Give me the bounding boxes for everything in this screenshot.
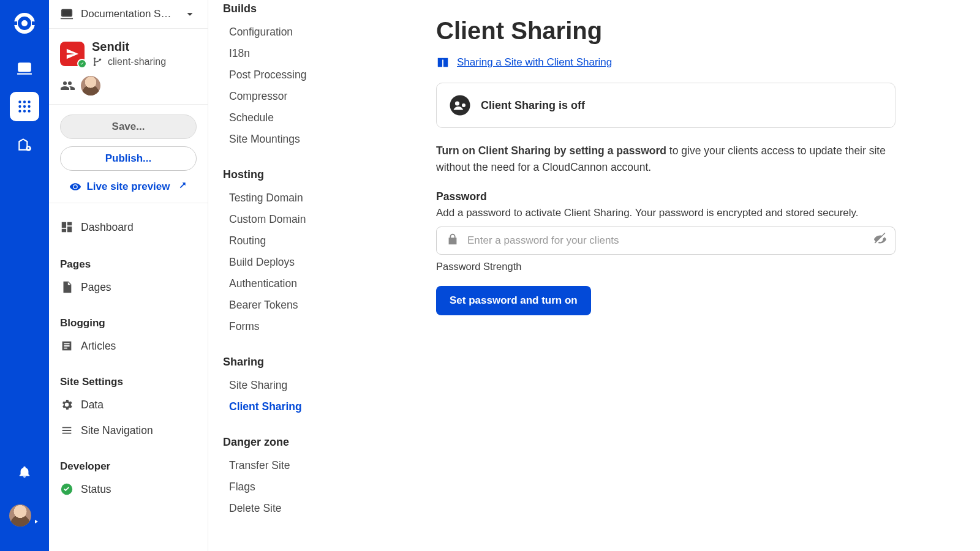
svg-rect-4 — [18, 63, 31, 71]
settings-item-flags[interactable]: Flags — [223, 476, 394, 498]
book-icon — [436, 56, 450, 69]
password-input-wrap — [436, 227, 895, 255]
settings-heading: Sharing — [223, 356, 394, 369]
svg-point-11 — [18, 110, 21, 112]
check-circle-icon — [60, 482, 74, 496]
nav-dashboard[interactable]: Dashboard — [60, 214, 197, 240]
site-actions: Save... Publish... Live site preview — [49, 105, 208, 203]
settings-item-custom-domain[interactable]: Custom Domain — [223, 209, 394, 230]
external-link-icon — [175, 181, 187, 193]
group-circle-icon — [449, 94, 471, 116]
site-header: Sendit client-sharing — [49, 29, 208, 105]
nav-item-site-navigation[interactable]: Site Navigation — [60, 418, 197, 443]
svg-point-20 — [450, 96, 470, 116]
avatar — [9, 504, 31, 527]
settings-nav: BuildsConfigurationI18nPost ProcessingCo… — [208, 0, 409, 551]
site-avatar — [60, 42, 85, 66]
password-input[interactable] — [436, 227, 895, 255]
publish-button[interactable]: Publish... — [60, 146, 197, 171]
sidebar: Documentation Scr… Sendit client-sharing… — [49, 0, 208, 551]
svg-point-5 — [18, 100, 21, 103]
nav-heading: Pages — [60, 252, 197, 274]
svg-point-21 — [455, 101, 459, 105]
notifications-icon[interactable] — [18, 465, 31, 481]
password-help: Add a password to activate Client Sharin… — [436, 207, 953, 219]
nav-label: Pages — [81, 281, 111, 294]
collaborators[interactable] — [60, 76, 197, 96]
settings-item-build-deploys[interactable]: Build Deploys — [223, 252, 394, 273]
eye-icon — [69, 181, 81, 193]
main-content: Client Sharing Sharing a Site with Clien… — [409, 0, 980, 551]
svg-point-7 — [28, 100, 30, 103]
svg-point-1 — [21, 20, 28, 26]
brand-logo[interactable] — [12, 11, 37, 36]
rail-apps-icon[interactable] — [10, 92, 39, 121]
live-preview-link[interactable]: Live site preview — [60, 181, 197, 193]
desc-bold: Turn on Client Sharing by setting a pass… — [436, 144, 666, 157]
svg-point-13 — [28, 110, 30, 112]
submit-button[interactable]: Set password and turn on — [436, 286, 591, 315]
nav-heading: Blogging — [60, 311, 197, 333]
people-icon — [60, 78, 75, 93]
svg-point-8 — [18, 105, 21, 108]
svg-point-10 — [28, 105, 30, 108]
nav-item-pages[interactable]: Pages — [60, 274, 197, 300]
branch-name: client-sharing — [108, 56, 166, 67]
nav-item-data[interactable]: Data — [60, 392, 197, 418]
status-text: Client Sharing is off — [481, 99, 585, 112]
dashboard-icon — [60, 220, 74, 234]
svg-point-9 — [23, 105, 26, 108]
account-menu[interactable] — [9, 504, 40, 539]
svg-rect-3 — [32, 21, 37, 25]
doc-link-text: Sharing a Site with Client Sharing — [457, 56, 612, 69]
settings-heading: Hosting — [223, 168, 394, 181]
page-icon — [60, 280, 74, 294]
status-badge-ok — [77, 59, 87, 69]
settings-item-schedule[interactable]: Schedule — [223, 107, 394, 129]
settings-item-configuration[interactable]: Configuration — [223, 21, 394, 43]
branch-icon — [92, 56, 103, 67]
nav-label: Site Navigation — [81, 424, 153, 437]
send-icon — [66, 47, 79, 61]
nav-heading: Developer — [60, 454, 197, 476]
settings-item-testing-domain[interactable]: Testing Domain — [223, 187, 394, 209]
save-button[interactable]: Save... — [60, 114, 197, 139]
settings-item-compressor[interactable]: Compressor — [223, 86, 394, 107]
status-card: Client Sharing is off — [436, 83, 895, 128]
project-name: Documentation Scr… — [81, 8, 176, 20]
svg-point-12 — [23, 110, 26, 112]
password-strength-label: Password Strength — [436, 261, 953, 272]
password-label: Password — [436, 190, 953, 203]
svg-rect-15 — [62, 10, 72, 17]
settings-item-bearer-tokens[interactable]: Bearer Tokens — [223, 294, 394, 316]
list-icon — [60, 424, 74, 437]
settings-heading: Builds — [223, 0, 394, 15]
settings-item-transfer-site[interactable]: Transfer Site — [223, 455, 394, 476]
nav-rail — [0, 0, 49, 551]
doc-link[interactable]: Sharing a Site with Client Sharing — [436, 56, 953, 69]
nav-label: Dashboard — [81, 221, 134, 234]
settings-item-forms[interactable]: Forms — [223, 316, 394, 337]
nav-item-articles[interactable]: Articles — [60, 333, 197, 359]
settings-item-routing[interactable]: Routing — [223, 230, 394, 252]
settings-item-authentication[interactable]: Authentication — [223, 273, 394, 294]
settings-item-site-sharing[interactable]: Site Sharing — [223, 375, 394, 396]
settings-item-site-mountings[interactable]: Site Mountings — [223, 129, 394, 150]
chevron-down-icon — [183, 7, 197, 21]
settings-item-client-sharing[interactable]: Client Sharing — [223, 396, 394, 418]
settings-item-post-processing[interactable]: Post Processing — [223, 64, 394, 86]
svg-point-16 — [94, 58, 96, 59]
page-title: Client Sharing — [436, 17, 953, 45]
rail-sites-icon[interactable] — [10, 54, 39, 83]
settings-item-delete-site[interactable]: Delete Site — [223, 498, 394, 519]
visibility-toggle-icon[interactable] — [873, 233, 887, 249]
settings-heading: Danger zone — [223, 436, 394, 449]
project-switcher[interactable]: Documentation Scr… — [49, 0, 208, 29]
svg-rect-2 — [12, 21, 17, 25]
svg-point-22 — [462, 103, 466, 107]
settings-item-i18n[interactable]: I18n — [223, 43, 394, 64]
nav-item-status[interactable]: Status — [60, 476, 197, 502]
collaborator-avatar — [81, 76, 100, 96]
rail-org-icon[interactable] — [10, 130, 39, 159]
preview-label: Live site preview — [86, 181, 170, 193]
